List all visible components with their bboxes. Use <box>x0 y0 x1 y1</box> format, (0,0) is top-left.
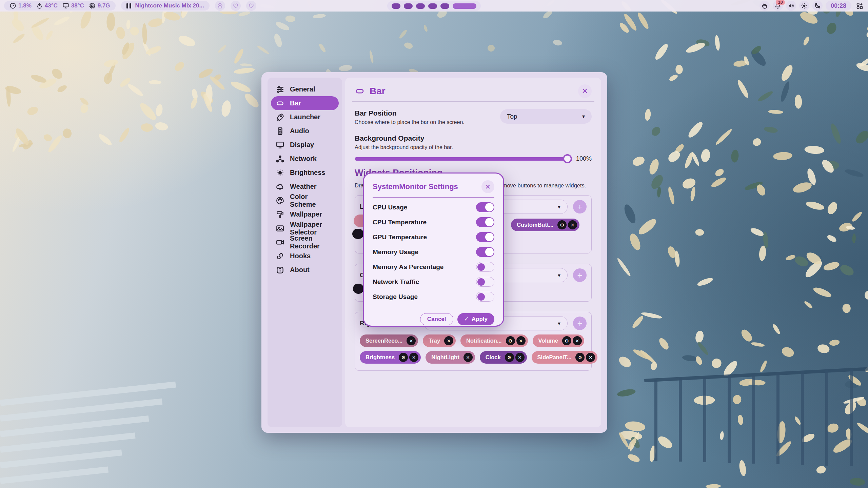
widget-chip[interactable]: Notification... ⚙ ✕ <box>460 334 528 347</box>
workspace-dot[interactable] <box>392 3 400 9</box>
gear-icon: ⚙ <box>401 355 406 360</box>
toggle-knob <box>485 233 494 241</box>
heart-icon-button[interactable] <box>231 1 241 11</box>
sidebar-item-screen-recorder[interactable]: Screen Recorder <box>271 235 339 249</box>
volume-icon <box>788 2 794 9</box>
sidebar-item-bar[interactable]: Bar <box>271 96 339 110</box>
widget-chip[interactable]: ScreenReco... ✕ <box>360 334 418 347</box>
widget-chip[interactable]: Clock ⚙ ✕ <box>480 351 527 364</box>
memory-as-percentage-toggle[interactable] <box>476 262 494 272</box>
close-window-button[interactable]: ✕ <box>578 84 592 98</box>
widget-settings-button[interactable]: ⚙ <box>505 353 514 362</box>
close-icon: ✕ <box>409 338 413 344</box>
widget-chip[interactable]: Volume ⚙ ✕ <box>533 334 584 347</box>
workspace-dot[interactable] <box>416 3 425 9</box>
widget-remove-button[interactable]: ✕ <box>573 336 582 345</box>
right-add-widget-button[interactable]: + <box>573 317 587 330</box>
widget-remove-button[interactable]: ✕ <box>516 336 526 345</box>
widget-remove-button[interactable]: ✕ <box>407 336 416 345</box>
media-player-widget[interactable]: Nightcore Music Mix 20... <box>121 1 210 11</box>
close-icon: ✕ <box>485 183 491 191</box>
sidebar-item-color-scheme[interactable]: Color Scheme <box>271 194 339 207</box>
apply-button-label: Apply <box>472 316 488 323</box>
storage-usage-toggle[interactable] <box>476 292 494 302</box>
system-stats-pill[interactable]: 1.8% 43°C 38°C 9.7G <box>4 1 116 11</box>
sidebar-item-brightness[interactable]: Brightness <box>271 166 339 180</box>
workspace-dot[interactable] <box>404 3 413 9</box>
sidebar-item-wallpaper[interactable]: Wallpaper <box>271 207 339 221</box>
sidebar-item-audio[interactable]: Audio <box>271 124 339 138</box>
workspace-dot[interactable] <box>428 3 437 9</box>
palette-icon <box>276 196 284 205</box>
rocket-icon <box>276 113 284 122</box>
widget-chip[interactable]: SidePanelT... ⚙ ✕ <box>532 351 598 364</box>
clock-widget[interactable]: 00:28 <box>826 1 851 11</box>
workspace-active[interactable] <box>453 3 476 9</box>
widget-remove-button[interactable]: ✕ <box>409 353 418 362</box>
sidebar-item-label: Brightness <box>290 169 325 177</box>
widget-settings-button[interactable]: ⚙ <box>399 353 408 362</box>
sidebar-item-weather[interactable]: Weather <box>271 180 339 194</box>
cpu-temperature-toggle[interactable] <box>476 217 494 227</box>
widget-remove-button[interactable]: ✕ <box>444 336 453 345</box>
notifications-button[interactable]: 10 <box>773 1 783 11</box>
background-opacity-slider[interactable] <box>355 157 571 161</box>
left-add-widget-button[interactable]: + <box>573 200 587 214</box>
sidebar-item-label: Launcher <box>290 113 320 121</box>
night-light-off-icon <box>814 2 821 9</box>
volume-button[interactable] <box>786 1 796 11</box>
widget-settings-button[interactable]: ⚙ <box>557 220 567 229</box>
widget-chip-label: CustomButt... <box>517 222 553 228</box>
cancel-button[interactable]: Cancel <box>420 313 453 325</box>
widget-settings-button[interactable]: ⚙ <box>575 353 585 362</box>
bar-pill-icon <box>355 86 365 96</box>
sidebar-item-general[interactable]: General <box>271 82 339 96</box>
widget-remove-button[interactable]: ✕ <box>463 353 473 362</box>
close-icon: ✕ <box>575 338 579 344</box>
widget-remove-button[interactable]: ✕ <box>515 353 525 362</box>
night-light-button[interactable] <box>812 1 823 11</box>
gpu-temperature-toggle[interactable] <box>476 232 494 242</box>
sidebar-item-display[interactable]: Display <box>271 138 339 152</box>
widget-remove-button[interactable]: ✕ <box>568 220 577 229</box>
widget-chip[interactable]: CustomButt... ⚙ ✕ <box>511 219 579 231</box>
toggle-label: CPU Temperature <box>373 219 427 226</box>
memory-usage-toggle[interactable] <box>476 247 494 257</box>
widget-remove-button[interactable]: ✕ <box>586 353 595 362</box>
apply-button[interactable]: ✓ Apply <box>457 313 494 325</box>
network-traffic-toggle[interactable] <box>476 277 494 287</box>
sidebar-item-hooks[interactable]: Hooks <box>271 249 339 263</box>
sidebar-item-launcher[interactable]: Launcher <box>271 110 339 124</box>
toggle-row-cpu-usage: CPU Usage <box>373 200 494 215</box>
center-add-widget-button[interactable]: + <box>573 268 587 282</box>
cpu-usage-stat: 1.8% <box>9 2 32 9</box>
toggle-knob <box>477 278 485 286</box>
widget-chip[interactable]: NightLight ✕ <box>426 351 475 364</box>
widget-settings-button[interactable]: ⚙ <box>506 336 515 345</box>
widget-chip[interactable]: Brightness ⚙ ✕ <box>360 351 421 364</box>
sidebar-item-about[interactable]: About <box>271 263 339 277</box>
modal-close-button[interactable]: ✕ <box>481 180 494 193</box>
info-icon <box>276 266 284 274</box>
skull-icon-button[interactable] <box>215 1 225 11</box>
overview-button[interactable] <box>854 1 865 11</box>
toggle-row-memory-usage: Memory Usage <box>373 245 494 260</box>
chip-icon <box>89 2 96 9</box>
partial-hidden-chip[interactable] <box>352 229 364 239</box>
widget-settings-button[interactable]: ⚙ <box>562 336 571 345</box>
background-opacity-label: Background Opacity <box>355 134 592 142</box>
heart-icon-button[interactable] <box>246 1 256 11</box>
pause-icon <box>126 3 131 8</box>
widget-chip[interactable]: Tray ✕ <box>423 334 456 347</box>
workspace-dot[interactable] <box>440 3 449 9</box>
toggle-knob <box>477 263 485 271</box>
partial-hidden-chip[interactable] <box>353 284 364 294</box>
gear-icon: ⚙ <box>508 338 513 344</box>
brightness-button[interactable] <box>799 1 809 11</box>
slider-handle[interactable] <box>563 154 572 163</box>
sidebar-item-wallpaper-selector[interactable]: Wallpaper Selector <box>271 221 339 235</box>
sidebar-item-network[interactable]: Network <box>271 152 339 166</box>
cpu-usage-toggle[interactable] <box>476 202 494 212</box>
tray-app-button[interactable] <box>760 1 770 11</box>
bar-position-dropdown[interactable]: Top ▾ <box>500 109 592 124</box>
